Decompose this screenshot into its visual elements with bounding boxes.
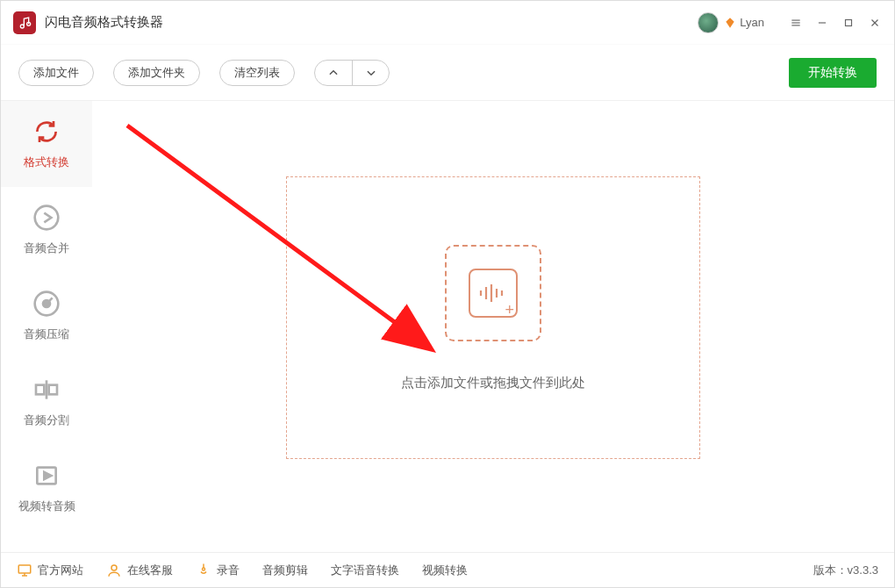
svg-rect-25 <box>18 565 31 573</box>
svg-rect-6 <box>846 19 852 25</box>
sidebar-item-label: 格式转换 <box>24 154 69 170</box>
monitor-icon <box>17 563 32 578</box>
add-folder-button[interactable]: 添加文件夹 <box>113 60 200 86</box>
sidebar-item-label: 音频分割 <box>24 412 69 428</box>
svg-line-12 <box>49 298 53 301</box>
mic-icon <box>196 563 211 578</box>
avatar[interactable] <box>698 12 719 33</box>
status-link-label: 在线客服 <box>127 563 173 578</box>
add-file-button[interactable]: 添加文件 <box>18 60 94 86</box>
status-link-label: 官方网站 <box>38 563 83 578</box>
menu-button[interactable] <box>785 12 806 33</box>
move-down-button[interactable] <box>352 61 389 85</box>
drop-inner-box: + <box>445 245 541 341</box>
refresh-icon <box>32 118 61 146</box>
svg-point-28 <box>111 565 117 570</box>
status-link-label: 音频剪辑 <box>262 563 308 578</box>
plus-icon: + <box>505 302 514 318</box>
online-support-link[interactable]: 在线客服 <box>106 563 173 578</box>
audio-edit-link[interactable]: 音频剪辑 <box>262 563 308 578</box>
minimize-button[interactable] <box>812 12 833 33</box>
svg-point-9 <box>35 206 59 230</box>
move-up-button[interactable] <box>315 61 352 85</box>
username[interactable]: Lyan <box>740 16 764 29</box>
sidebar-item-video-to-audio[interactable]: 视频转音频 <box>1 445 92 531</box>
close-button[interactable] <box>864 12 885 33</box>
audio-add-icon: + <box>469 269 518 318</box>
record-link[interactable]: 录音 <box>196 563 240 578</box>
sidebar-item-label: 音频压缩 <box>24 326 69 342</box>
version-label: 版本：v3.3.3 <box>813 563 878 578</box>
svg-rect-14 <box>49 385 57 395</box>
start-convert-button[interactable]: 开始转换 <box>789 58 877 88</box>
status-link-label: 视频转换 <box>422 563 468 578</box>
video-icon <box>32 462 61 490</box>
status-link-label: 文字语音转换 <box>331 563 399 578</box>
app-logo <box>13 11 36 34</box>
statusbar: 官方网站 在线客服 录音 音频剪辑 文字语音转换 视频转换 版本：v3.3.3 <box>1 552 894 587</box>
app-title: 闪电音频格式转换器 <box>45 14 163 31</box>
sidebar-item-audio-split[interactable]: 音频分割 <box>1 359 92 445</box>
reorder-group <box>314 60 390 86</box>
titlebar: 闪电音频格式转换器 Lyan <box>1 1 894 44</box>
sidebar-item-label: 视频转音频 <box>18 498 75 514</box>
body: 格式转换 音频合并 音频压缩 音频分割 视频转音频 <box>1 100 894 552</box>
sidebar-item-audio-compress[interactable]: 音频压缩 <box>1 273 92 359</box>
video-convert-link[interactable]: 视频转换 <box>422 563 468 578</box>
sidebar: 格式转换 音频合并 音频压缩 音频分割 视频转音频 <box>1 100 92 552</box>
maximize-button[interactable] <box>838 12 859 33</box>
sidebar-item-format-convert[interactable]: 格式转换 <box>1 101 92 187</box>
toolbar: 添加文件 添加文件夹 清空列表 开始转换 <box>1 44 894 100</box>
compress-icon <box>32 290 61 318</box>
drop-text: 点击添加文件或拖拽文件到此处 <box>401 375 585 391</box>
official-site-link[interactable]: 官方网站 <box>17 563 83 578</box>
main-area: + 点击添加文件或拖拽文件到此处 <box>92 100 894 552</box>
drop-zone[interactable]: + 点击添加文件或拖拽文件到此处 <box>286 176 700 459</box>
headset-icon <box>106 563 122 578</box>
vip-icon <box>724 17 736 29</box>
merge-icon <box>32 204 61 232</box>
split-icon <box>32 376 61 404</box>
tts-link[interactable]: 文字语音转换 <box>331 563 399 578</box>
svg-rect-13 <box>36 385 44 395</box>
svg-point-29 <box>203 568 205 570</box>
clear-list-button[interactable]: 清空列表 <box>219 60 295 86</box>
sidebar-item-audio-merge[interactable]: 音频合并 <box>1 187 92 273</box>
svg-marker-17 <box>44 472 51 479</box>
sidebar-item-label: 音频合并 <box>24 240 69 256</box>
status-link-label: 录音 <box>217 563 240 578</box>
